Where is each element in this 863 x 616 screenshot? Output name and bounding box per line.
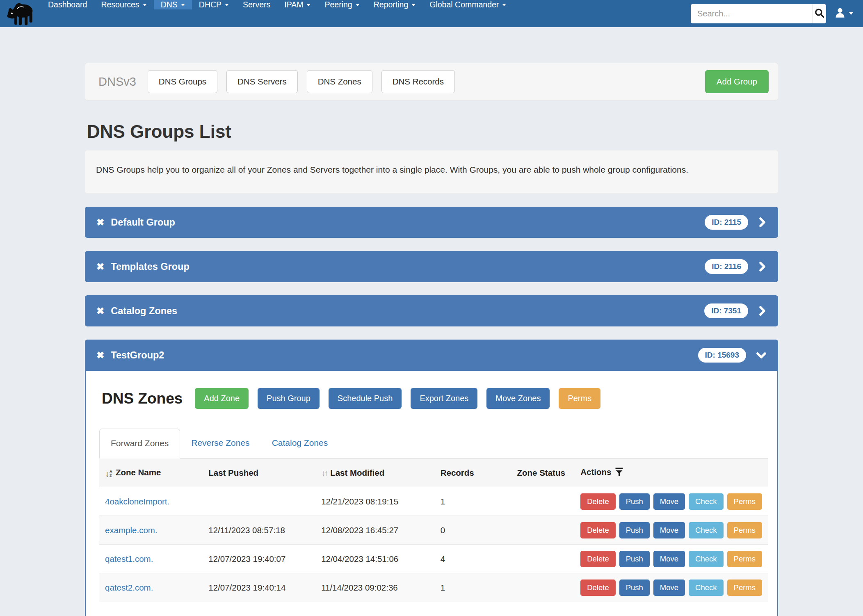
row-actions: Delete Push Move Check Perms [580, 579, 762, 596]
records-cell: 1 [435, 573, 511, 602]
delete-button[interactable]: Delete [580, 551, 615, 567]
group-name: Catalog Zones [111, 306, 177, 317]
dnsv3-label: DNSv3 [98, 75, 136, 89]
dns-servers-button[interactable]: DNS Servers [226, 70, 298, 93]
push-group-button[interactable]: Push Group [258, 388, 320, 409]
group-name: Default Group [111, 217, 175, 228]
column-zone-status[interactable]: Zone Status [511, 459, 575, 487]
sort-updown-icon[interactable]: ↓↑ [321, 468, 327, 477]
dns-zones-button[interactable]: DNS Zones [307, 70, 372, 93]
nav-item-servers[interactable]: Servers [236, 0, 277, 9]
export-zones-button[interactable]: Export Zones [411, 388, 477, 409]
tab-forward-zones[interactable]: Forward Zones [99, 429, 180, 459]
last-pushed-cell: 12/11/2023 08:57:18 [203, 516, 315, 545]
column-zone-name[interactable]: ↓AZZone Name [99, 459, 203, 487]
group-bar-testgroup2[interactable]: ✖ TestGroup2 ID: 15693 [85, 340, 778, 371]
search-box [691, 4, 826, 23]
group-name: TestGroup2 [111, 350, 164, 361]
perms-button[interactable]: Perms [727, 522, 762, 538]
caret-down-icon [225, 4, 229, 6]
caret-down-icon [306, 4, 310, 6]
nav-item-peering[interactable]: Peering [317, 0, 366, 9]
dns-records-button[interactable]: DNS Records [381, 70, 455, 93]
last-modified-cell: 12/04/2023 14:51:06 [315, 545, 435, 573]
delete-button[interactable]: Delete [580, 522, 615, 538]
row-actions: Delete Push Move Check Perms [580, 493, 762, 510]
group-bar-catalog-zones[interactable]: ✖ Catalog Zones ID: 7351 [85, 295, 778, 326]
column-last-pushed[interactable]: Last Pushed [203, 459, 315, 487]
chevron-down-icon[interactable] [756, 351, 767, 360]
move-button[interactable]: Move [653, 522, 685, 538]
group-testgroup2: ✖ TestGroup2 ID: 15693 DNS Zones Add Zon… [85, 340, 778, 616]
zone-link[interactable]: qatest1.com. [105, 554, 153, 564]
push-button[interactable]: Push [619, 551, 650, 567]
move-button[interactable]: Move [653, 551, 685, 567]
chevron-right-icon[interactable] [758, 217, 767, 228]
move-button[interactable]: Move [653, 493, 685, 510]
user-menu[interactable] [834, 7, 853, 20]
caret-down-icon [849, 12, 853, 15]
zones-title: DNS Zones [102, 390, 183, 407]
zone-link[interactable]: example.com. [105, 525, 158, 535]
table-row: qatest1.com. 12/07/2023 19:40:07 12/04/2… [99, 545, 768, 573]
last-pushed-cell: 12/07/2023 19:40:07 [203, 545, 315, 573]
move-button[interactable]: Move [653, 579, 685, 596]
push-button[interactable]: Push [619, 579, 650, 596]
dns-groups-button[interactable]: DNS Groups [148, 70, 217, 93]
schedule-push-button[interactable]: Schedule Push [329, 388, 402, 409]
chevron-right-icon[interactable] [758, 261, 767, 272]
perms-button[interactable]: Perms [559, 388, 600, 409]
column-last-modified[interactable]: ↓↑Last Modified [315, 459, 435, 487]
move-zones-button[interactable]: Move Zones [486, 388, 550, 409]
zone-status-cell [511, 487, 575, 516]
sort-alpha-icon[interactable]: ↓AZ [105, 470, 112, 478]
add-zone-button[interactable]: Add Zone [195, 388, 249, 409]
check-button[interactable]: Check [689, 522, 723, 538]
perms-button[interactable]: Perms [727, 493, 762, 510]
records-cell: 4 [435, 545, 511, 573]
check-button[interactable]: Check [689, 579, 723, 596]
search-input[interactable] [691, 4, 813, 23]
delete-group-icon[interactable]: ✖ [96, 262, 104, 271]
perms-button[interactable]: Perms [727, 551, 762, 567]
caret-down-icon [356, 4, 360, 6]
delete-button[interactable]: Delete [580, 579, 615, 596]
zone-link[interactable]: qatest2.com. [105, 583, 153, 592]
top-navbar: Dashboard Resources DNS DHCP Servers IPA… [0, 0, 863, 27]
nav-item-ipam[interactable]: IPAM [277, 0, 317, 9]
bear-logo-icon [5, 1, 37, 26]
forward-zones-table: ↓AZZone Name Last Pushed ↓↑Last Modified… [99, 459, 768, 602]
delete-group-icon[interactable]: ✖ [96, 218, 104, 227]
check-button[interactable]: Check [689, 493, 723, 510]
zone-link[interactable]: 4oakcloneImport. [105, 497, 169, 506]
delete-group-icon[interactable]: ✖ [96, 351, 104, 360]
tab-reverse-zones[interactable]: Reverse Zones [180, 429, 260, 458]
perms-button[interactable]: Perms [727, 579, 762, 596]
add-group-button[interactable]: Add Group [705, 70, 769, 93]
row-actions: Delete Push Move Check Perms [580, 551, 762, 567]
filter-icon[interactable] [615, 468, 623, 478]
nav-item-dns[interactable]: DNS [154, 0, 192, 9]
table-row: example.com. 12/11/2023 08:57:18 12/08/2… [99, 516, 768, 545]
push-button[interactable]: Push [619, 522, 650, 538]
tab-catalog-zones[interactable]: Catalog Zones [261, 429, 339, 458]
group-bar-default-group[interactable]: ✖ Default Group ID: 2115 [85, 207, 778, 238]
search-button[interactable] [813, 4, 826, 23]
nav-item-dashboard[interactable]: Dashboard [41, 0, 94, 9]
caret-down-icon [181, 4, 185, 6]
nav-item-global-commander[interactable]: Global Commander [422, 0, 513, 9]
column-records[interactable]: Records [435, 459, 511, 487]
nav-item-reporting[interactable]: Reporting [367, 0, 423, 9]
delete-group-icon[interactable]: ✖ [96, 306, 104, 316]
zone-tabs: Forward Zones Reverse Zones Catalog Zone… [99, 429, 768, 459]
search-icon [814, 8, 825, 20]
push-button[interactable]: Push [619, 493, 650, 510]
delete-button[interactable]: Delete [580, 493, 615, 510]
nav-item-dhcp[interactable]: DHCP [192, 0, 236, 9]
check-button[interactable]: Check [689, 551, 723, 567]
group-bar-templates-group[interactable]: ✖ Templates Group ID: 2116 [85, 251, 778, 282]
nav-item-resources[interactable]: Resources [94, 0, 153, 9]
last-pushed-cell: 12/07/2023 19:40:14 [203, 573, 315, 602]
zone-status-cell [511, 573, 575, 602]
chevron-right-icon[interactable] [758, 306, 767, 316]
